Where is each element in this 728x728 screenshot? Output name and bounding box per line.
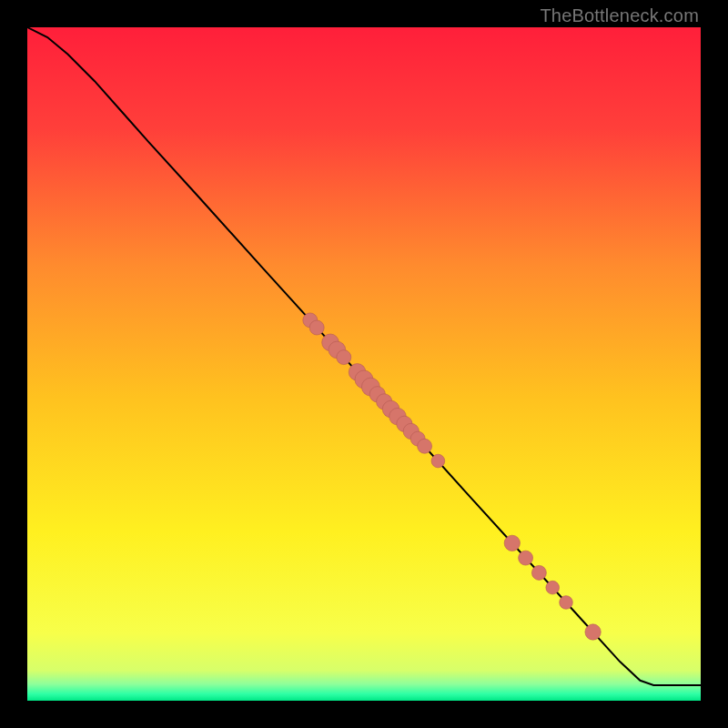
data-dot [560,596,573,610]
data-dot [504,535,520,551]
watermark-text: TheBottleneck.com [540,5,699,26]
data-dot [418,439,432,453]
data-dot [519,551,533,565]
data-dot [431,454,445,468]
bottleneck-chart [27,27,701,701]
chart-container [27,27,701,701]
data-dot [585,624,601,640]
gradient-background [27,27,701,701]
data-dot [546,581,560,594]
data-dot [337,350,351,365]
data-dot [309,320,324,335]
data-dot [531,565,546,580]
